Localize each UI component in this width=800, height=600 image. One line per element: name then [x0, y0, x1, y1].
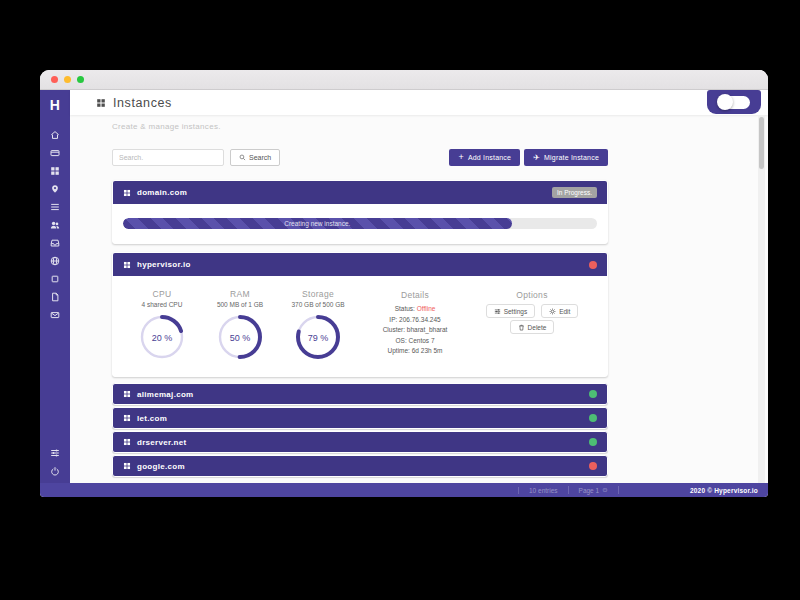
- toolbar: Search + Add Instance ✈ Migrate Instance: [112, 149, 608, 166]
- page-link[interactable]: Page 1⊙: [568, 486, 619, 494]
- ram-gauge: RAM 500 MB of 1 GB 50 %: [201, 289, 279, 364]
- entries-link[interactable]: 10 entries: [518, 487, 568, 494]
- sliders-icon: [50, 448, 60, 458]
- options-row-1: Settings Edit: [473, 304, 591, 318]
- page-header: Instances: [70, 90, 768, 115]
- instance-row-drserver[interactable]: drserver.net: [112, 431, 608, 453]
- sidebar-item-users[interactable]: [40, 216, 70, 234]
- ram-sub: 500 MB of 1 GB: [201, 301, 279, 308]
- storage-donut-chart: 79 %: [295, 314, 341, 360]
- maximize-window-button[interactable]: [77, 76, 84, 83]
- toolbar-search-group: Search: [112, 149, 280, 166]
- instance-rows: alimemaj.com let.com drserver.net: [112, 383, 608, 477]
- sidebar: H: [40, 90, 70, 483]
- sidebar-item-files[interactable]: [40, 288, 70, 306]
- plus-icon: +: [458, 153, 463, 162]
- sidebar-item-console[interactable]: [40, 270, 70, 288]
- titlebar: [40, 70, 768, 90]
- inbox-icon: [50, 238, 60, 248]
- sidebar-item-logs[interactable]: [40, 198, 70, 216]
- ram-donut-chart: 50 %: [217, 314, 263, 360]
- page-title: Instances: [113, 96, 172, 110]
- edit-button[interactable]: Edit: [541, 304, 578, 318]
- in-progress-badge: In Progress.: [552, 187, 597, 198]
- users-icon: [50, 220, 60, 230]
- instance-header-hypervisor[interactable]: hypervisor.io: [113, 253, 607, 276]
- gear-icon: [549, 308, 556, 315]
- sidebar-item-network[interactable]: [40, 252, 70, 270]
- options-section: Options Settings Edit: [473, 289, 591, 364]
- trash-icon: [518, 324, 525, 331]
- profile-toggle[interactable]: [707, 90, 761, 114]
- sidebar-item-logout[interactable]: [40, 462, 70, 480]
- ram-label: RAM: [201, 289, 279, 299]
- scrollbar[interactable]: [758, 115, 765, 483]
- copyright: 2020 © Hypervisor.io: [690, 483, 758, 497]
- cpu-label: CPU: [123, 289, 201, 299]
- cpu-sub: 4 shared CPU: [123, 301, 201, 308]
- migrate-instance-label: Migrate Instance: [544, 154, 599, 161]
- minimize-window-button[interactable]: [64, 76, 71, 83]
- sidebar-item-instances[interactable]: [40, 162, 70, 180]
- instance-name: hypervisor.io: [137, 260, 191, 269]
- detail-status: Status: Offline: [357, 304, 473, 315]
- footer-pagination: 10 entries Page 1⊙: [518, 483, 619, 497]
- scrollbar-thumb[interactable]: [759, 117, 764, 169]
- sidebar-item-home[interactable]: [40, 126, 70, 144]
- search-input[interactable]: [112, 149, 224, 166]
- instance-row-alimemaj[interactable]: alimemaj.com: [112, 383, 608, 405]
- sidebar-item-mail[interactable]: [40, 306, 70, 324]
- progress-track: Creating new instance.: [123, 218, 597, 229]
- status-dot-offline: [589, 261, 597, 269]
- close-window-button[interactable]: [51, 76, 58, 83]
- footer: 10 entries Page 1⊙ 2020 © Hypervisor.io: [40, 483, 768, 497]
- detail-uptime: Uptime: 6d 23h 5m: [357, 346, 473, 357]
- app-logo: H: [50, 97, 61, 113]
- globe-icon: [50, 256, 60, 266]
- toggle-knob: [717, 94, 733, 110]
- svg-text:79 %: 79 %: [308, 333, 329, 343]
- search-icon: [239, 154, 246, 161]
- toggle-capsule: [718, 96, 750, 109]
- search-button[interactable]: Search: [230, 149, 280, 166]
- settings-label: Settings: [504, 308, 528, 315]
- instance-row-let[interactable]: let.com: [112, 407, 608, 429]
- instance-row-google[interactable]: google.com: [112, 455, 608, 477]
- migrate-instance-button[interactable]: ✈ Migrate Instance: [524, 149, 608, 166]
- sidebar-item-locations[interactable]: [40, 180, 70, 198]
- app-window: H: [40, 70, 768, 497]
- details-heading: Details: [357, 290, 473, 300]
- window-body: H: [40, 90, 768, 483]
- delete-button[interactable]: Delete: [510, 320, 555, 334]
- sidebar-item-servers[interactable]: [40, 144, 70, 162]
- grid-icon: [123, 462, 131, 470]
- instance-name: alimemaj.com: [137, 390, 194, 399]
- storage-gauge: Storage 370 GB of 500 GB 79 %: [279, 289, 357, 364]
- instance-header-domain[interactable]: domain.com In Progress.: [113, 181, 607, 204]
- map-pin-icon: [50, 184, 60, 194]
- sidebar-nav: [40, 126, 70, 324]
- storage-label: Storage: [279, 289, 357, 299]
- settings-button[interactable]: Settings: [486, 304, 536, 318]
- instance-name: domain.com: [137, 188, 187, 197]
- add-instance-button[interactable]: + Add Instance: [449, 149, 520, 166]
- page-subtitle: Create & manage instances.: [112, 122, 608, 131]
- instance-panel-hypervisor: hypervisor.io CPU 4 shared CPU 20 %: [112, 252, 608, 377]
- square-icon: [50, 274, 60, 284]
- toolbar-actions: + Add Instance ✈ Migrate Instance: [449, 149, 608, 166]
- delete-label: Delete: [528, 324, 547, 331]
- detail-os: OS: Centos 7: [357, 336, 473, 347]
- page-content: Create & manage instances. Search + Add …: [112, 122, 608, 477]
- page-next-icon: ⊙: [602, 486, 607, 494]
- sidebar-item-preferences[interactable]: [40, 444, 70, 462]
- content-area: Instances Create & manage instances.: [70, 90, 768, 483]
- options-heading: Options: [473, 290, 591, 300]
- file-icon: [50, 292, 60, 302]
- svg-text:20 %: 20 %: [152, 333, 173, 343]
- settings-sliders-icon: [494, 308, 501, 315]
- status-dot-offline: [589, 462, 597, 470]
- sidebar-item-inbox[interactable]: [40, 234, 70, 252]
- progress-fill: Creating new instance.: [123, 218, 512, 229]
- grid-icon: [123, 438, 131, 446]
- grid-icon: [123, 390, 131, 398]
